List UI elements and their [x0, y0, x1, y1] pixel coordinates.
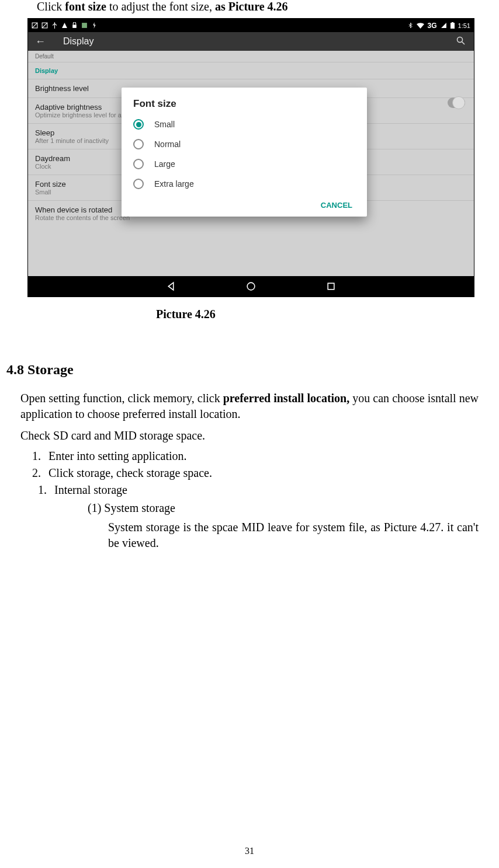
network-label: 3G [428, 22, 437, 30]
radio-option-small[interactable]: Small [122, 114, 367, 134]
ordered-list: Enter into setting application. Click st… [44, 449, 479, 480]
app-icon [81, 22, 88, 29]
radio-option-large[interactable]: Large [122, 154, 367, 174]
radio-option-normal[interactable]: Normal [122, 134, 367, 154]
list-item: Internal storage [50, 483, 479, 497]
radio-option-xlarge[interactable]: Extra large [122, 174, 367, 194]
list-item: Click storage, check storage space. [44, 466, 479, 480]
nav-home-icon[interactable] [246, 281, 256, 291]
bluetooth-icon [408, 22, 413, 29]
header-title: Display [63, 36, 93, 47]
svg-point-8 [247, 283, 255, 290]
svg-line-7 [462, 41, 465, 44]
page-number: 31 [0, 846, 499, 856]
list-item[interactable]: Default [28, 51, 474, 62]
status-icon [32, 22, 38, 29]
section-heading: 4.8 Storage [6, 362, 493, 378]
bolt-icon [91, 22, 98, 29]
status-icon [41, 22, 48, 29]
svg-rect-3 [82, 23, 87, 28]
svg-point-6 [458, 37, 463, 42]
cancel-button[interactable]: CANCEL [122, 194, 367, 211]
svg-rect-5 [452, 22, 453, 23]
nav-recent-icon[interactable] [326, 281, 336, 291]
nav-back-icon[interactable] [166, 281, 176, 291]
status-bar: 3G 1:51 [28, 19, 474, 32]
status-left [32, 22, 98, 29]
dialog-title: Font size [122, 98, 367, 114]
sub-item: (1) System storage [88, 500, 479, 516]
radio-icon [133, 139, 144, 149]
sub-ordered-list: Internal storage [50, 483, 479, 497]
signal-icon [441, 22, 447, 29]
toggle-switch[interactable] [448, 97, 465, 108]
wifi-icon [417, 22, 424, 29]
radio-icon [133, 179, 144, 189]
radio-icon [133, 159, 144, 169]
back-arrow-icon[interactable]: ← [35, 36, 46, 48]
warning-icon [61, 22, 68, 29]
usb-icon [51, 22, 58, 29]
radio-icon [133, 119, 144, 130]
paragraph: Open setting function, click memory, cli… [20, 391, 479, 422]
paragraph: Check SD card and MID storage space. [20, 428, 479, 444]
lock-icon [71, 22, 78, 29]
figure-caption: Picture 4.26 [156, 308, 479, 321]
search-icon[interactable] [456, 36, 465, 47]
intro-text: Click font size to adjust the font size,… [20, 0, 479, 13]
status-right: 3G 1:51 [408, 22, 470, 30]
svg-rect-4 [451, 23, 455, 29]
list-item: Display [28, 62, 474, 79]
settings-header: ← Display [28, 32, 474, 51]
list-item: Enter into setting application. [44, 449, 479, 463]
battery-icon [451, 22, 455, 29]
svg-rect-9 [328, 283, 334, 290]
nav-bar [28, 276, 474, 297]
svg-rect-2 [72, 25, 77, 28]
status-time: 1:51 [458, 22, 470, 29]
android-screenshot: 3G 1:51 ← Display Default Display Bright… [27, 18, 474, 297]
font-size-dialog: Font size Small Normal Large Extra large… [122, 88, 367, 217]
paragraph: System storage is the spcae MID leave fo… [108, 520, 479, 551]
